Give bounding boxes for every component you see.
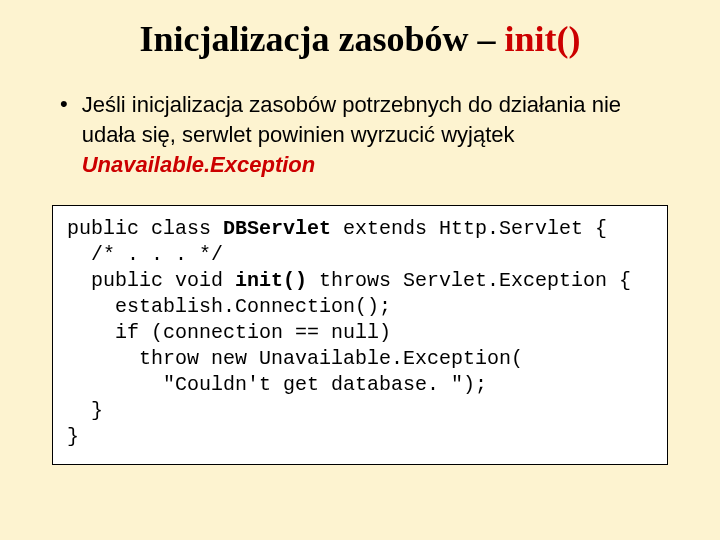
code-l5: if (connection == null) [67, 321, 391, 344]
bullet-text-before: Jeśli inicjalizacja zasobów potrzebnych … [82, 92, 621, 147]
code-l2: /* . . . */ [67, 243, 223, 266]
code-l1b: DBServlet [223, 217, 331, 240]
code-l9: } [67, 425, 79, 448]
page-title: Inicjalizacja zasobów – init() [30, 18, 690, 60]
bullet-item: • Jeśli inicjalizacja zasobów potrzebnyc… [60, 90, 680, 180]
title-prefix: Inicjalizacja zasobów – [140, 19, 505, 59]
bullet-emph: Unavailable.Exception [82, 152, 316, 177]
slide: Inicjalizacja zasobów – init() • Jeśli i… [0, 0, 720, 540]
code-l3b: init() [235, 269, 307, 292]
code-l1c: extends Http.Servlet { [331, 217, 607, 240]
code-l6: throw new Unavailable.Exception( [67, 347, 523, 370]
code-block: public class DBServlet extends Http.Serv… [52, 205, 668, 465]
title-accent: init() [504, 19, 580, 59]
code-l3c: throws Servlet.Exception { [307, 269, 631, 292]
code-l7: "Couldn't get database. "); [67, 373, 487, 396]
code-l4: establish.Connection(); [67, 295, 391, 318]
bullet-dot-icon: • [60, 90, 68, 118]
bullet-text: Jeśli inicjalizacja zasobów potrzebnych … [82, 90, 680, 180]
code-l8: } [67, 399, 103, 422]
code-l3a: public void [67, 269, 235, 292]
code-l1a: public class [67, 217, 223, 240]
